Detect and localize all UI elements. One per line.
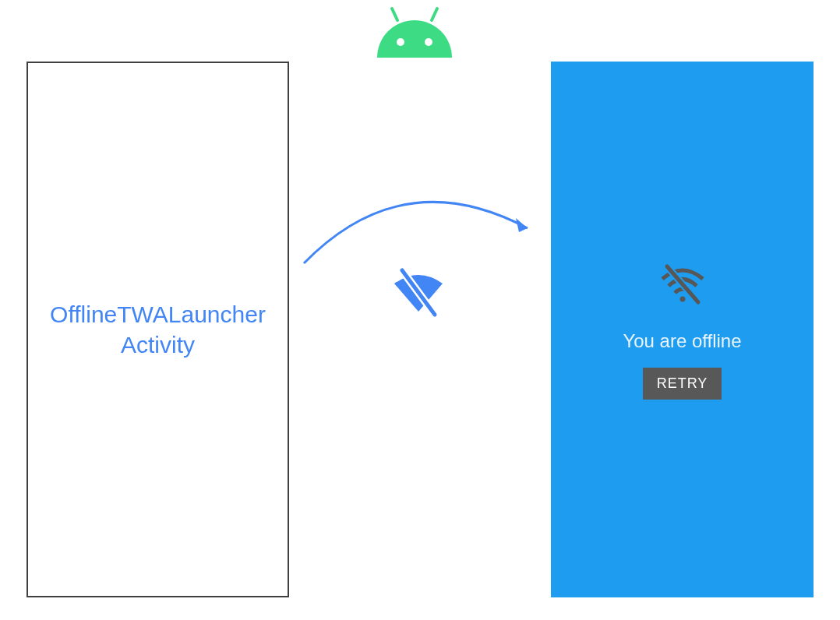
wifi-off-center-icon	[388, 263, 449, 324]
svg-marker-4	[516, 218, 528, 232]
activity-label: OfflineTWALauncher Activity	[50, 299, 266, 360]
svg-line-1	[432, 9, 437, 20]
transition-arrow-icon	[298, 185, 539, 265]
activity-label-line2: Activity	[121, 332, 195, 358]
offline-message: You are offline	[623, 330, 741, 352]
svg-point-3	[425, 38, 432, 46]
offline-screen-panel: You are offline RETRY	[551, 62, 814, 597]
wifi-off-icon	[659, 260, 706, 307]
svg-line-0	[392, 9, 397, 20]
retry-button[interactable]: RETRY	[643, 368, 722, 400]
svg-point-7	[679, 296, 685, 301]
svg-point-2	[397, 38, 404, 46]
left-activity-panel: OfflineTWALauncher Activity	[26, 62, 289, 597]
android-logo-icon	[371, 3, 458, 59]
activity-label-line1: OfflineTWALauncher	[50, 301, 266, 327]
